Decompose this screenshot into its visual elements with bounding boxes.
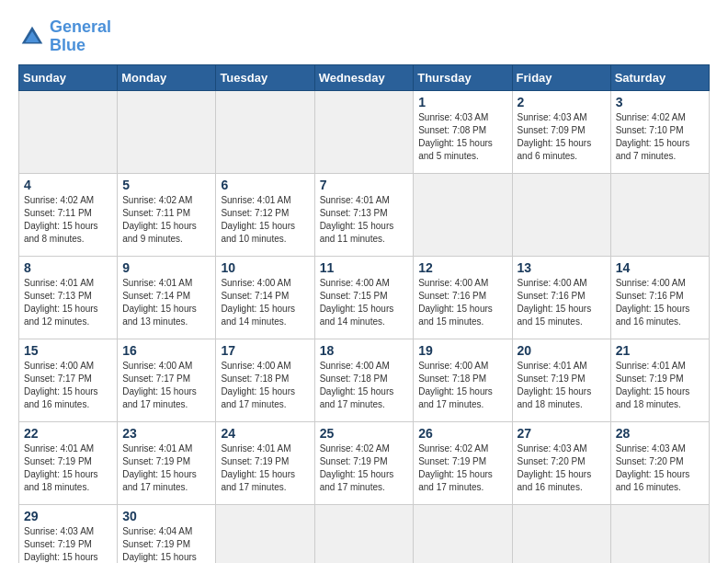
calendar-cell: [512, 173, 610, 256]
logo-text: General Blue: [50, 18, 111, 55]
day-number: 8: [24, 260, 112, 275]
day-info: Sunrise: 4:01 AMSunset: 7:13 PMDaylight:…: [320, 194, 409, 246]
calendar-cell: 14Sunrise: 4:00 AMSunset: 7:16 PMDayligh…: [610, 256, 709, 339]
calendar-week-1: 4Sunrise: 4:02 AMSunset: 7:11 PMDaylight…: [19, 173, 710, 256]
day-info: Sunrise: 4:03 AMSunset: 7:08 PMDaylight:…: [418, 111, 506, 163]
calendar-cell: 27Sunrise: 4:03 AMSunset: 7:20 PMDayligh…: [512, 421, 610, 504]
day-info: Sunrise: 4:00 AMSunset: 7:17 PMDaylight:…: [122, 360, 210, 411]
day-number: 23: [122, 426, 210, 441]
day-info: Sunrise: 4:00 AMSunset: 7:18 PMDaylight:…: [320, 360, 409, 411]
calendar-cell: [414, 173, 512, 256]
day-number: 24: [221, 426, 309, 441]
day-number: 15: [24, 343, 112, 358]
day-info: Sunrise: 4:03 AMSunset: 7:09 PMDaylight:…: [518, 111, 606, 163]
day-info: Sunrise: 4:01 AMSunset: 7:13 PMDaylight:…: [24, 277, 112, 328]
calendar-cell: 20Sunrise: 4:01 AMSunset: 7:19 PMDayligh…: [512, 339, 610, 421]
day-number: 29: [24, 509, 112, 523]
day-number: 11: [320, 260, 409, 275]
day-info: Sunrise: 4:01 AMSunset: 7:19 PMDaylight:…: [122, 442, 210, 494]
day-number: 10: [221, 260, 309, 275]
day-info: Sunrise: 4:02 AMSunset: 7:10 PMDaylight:…: [616, 111, 704, 163]
calendar-cell: 29Sunrise: 4:03 AMSunset: 7:19 PMDayligh…: [19, 504, 118, 563]
day-info: Sunrise: 4:00 AMSunset: 7:17 PMDaylight:…: [24, 360, 112, 411]
calendar-cell: [19, 90, 118, 173]
day-number: 21: [616, 343, 704, 358]
day-number: 13: [518, 260, 606, 275]
calendar-cell: 12Sunrise: 4:00 AMSunset: 7:16 PMDayligh…: [414, 256, 512, 339]
calendar-cell: 13Sunrise: 4:00 AMSunset: 7:16 PMDayligh…: [512, 256, 610, 339]
calendar-header-wednesday: Wednesday: [314, 64, 414, 90]
calendar-cell: 23Sunrise: 4:01 AMSunset: 7:19 PMDayligh…: [118, 421, 216, 504]
day-number: 17: [221, 343, 309, 358]
day-number: 18: [320, 343, 409, 358]
calendar-header-saturday: Saturday: [610, 64, 709, 90]
calendar-cell: 5Sunrise: 4:02 AMSunset: 7:11 PMDaylight…: [118, 173, 216, 256]
day-number: 6: [221, 178, 309, 192]
day-info: Sunrise: 4:03 AMSunset: 7:19 PMDaylight:…: [24, 525, 112, 563]
calendar-cell: 19Sunrise: 4:00 AMSunset: 7:18 PMDayligh…: [414, 339, 512, 421]
calendar-cell: 17Sunrise: 4:00 AMSunset: 7:18 PMDayligh…: [216, 339, 314, 421]
calendar-cell: 22Sunrise: 4:01 AMSunset: 7:19 PMDayligh…: [19, 421, 118, 504]
calendar-cell: 24Sunrise: 4:01 AMSunset: 7:19 PMDayligh…: [216, 421, 314, 504]
logo: General Blue: [18, 18, 111, 55]
day-info: Sunrise: 4:00 AMSunset: 7:14 PMDaylight:…: [221, 277, 309, 328]
day-number: 30: [122, 509, 210, 523]
calendar-week-3: 15Sunrise: 4:00 AMSunset: 7:17 PMDayligh…: [19, 339, 710, 421]
calendar-table: SundayMondayTuesdayWednesdayThursdayFrid…: [18, 64, 710, 563]
calendar-cell: 15Sunrise: 4:00 AMSunset: 7:17 PMDayligh…: [19, 339, 118, 421]
day-info: Sunrise: 4:01 AMSunset: 7:19 PMDaylight:…: [518, 360, 606, 411]
day-info: Sunrise: 4:00 AMSunset: 7:16 PMDaylight:…: [518, 277, 606, 328]
day-info: Sunrise: 4:01 AMSunset: 7:12 PMDaylight:…: [221, 194, 309, 246]
day-info: Sunrise: 4:02 AMSunset: 7:19 PMDaylight:…: [320, 442, 409, 494]
calendar-cell: 28Sunrise: 4:03 AMSunset: 7:20 PMDayligh…: [610, 421, 709, 504]
calendar-cell: 1Sunrise: 4:03 AMSunset: 7:08 PMDaylight…: [414, 90, 512, 173]
day-info: Sunrise: 4:00 AMSunset: 7:16 PMDaylight:…: [418, 277, 506, 328]
logo-icon: [18, 23, 46, 51]
calendar-cell: [216, 90, 314, 173]
day-number: 14: [616, 260, 704, 275]
calendar-cell: 16Sunrise: 4:00 AMSunset: 7:17 PMDayligh…: [118, 339, 216, 421]
day-info: Sunrise: 4:03 AMSunset: 7:20 PMDaylight:…: [616, 442, 704, 494]
calendar-header-sunday: Sunday: [19, 64, 118, 90]
calendar-cell: [314, 90, 414, 173]
day-number: 27: [518, 426, 606, 441]
calendar-cell: 4Sunrise: 4:02 AMSunset: 7:11 PMDaylight…: [19, 173, 118, 256]
calendar-cell: 26Sunrise: 4:02 AMSunset: 7:19 PMDayligh…: [414, 421, 512, 504]
day-number: 26: [418, 426, 506, 441]
day-info: Sunrise: 4:04 AMSunset: 7:19 PMDaylight:…: [122, 525, 210, 563]
day-info: Sunrise: 4:00 AMSunset: 7:15 PMDaylight:…: [320, 277, 409, 328]
calendar-cell: [610, 173, 709, 256]
day-info: Sunrise: 4:00 AMSunset: 7:18 PMDaylight:…: [418, 360, 506, 411]
day-number: 1: [418, 95, 506, 109]
calendar-cell: 6Sunrise: 4:01 AMSunset: 7:12 PMDaylight…: [216, 173, 314, 256]
day-number: 3: [616, 95, 704, 109]
calendar-cell: 7Sunrise: 4:01 AMSunset: 7:13 PMDaylight…: [314, 173, 414, 256]
calendar-header-friday: Friday: [512, 64, 610, 90]
day-info: Sunrise: 4:01 AMSunset: 7:14 PMDaylight:…: [122, 277, 210, 328]
calendar-cell: [118, 90, 216, 173]
day-info: Sunrise: 4:01 AMSunset: 7:19 PMDaylight:…: [221, 442, 309, 494]
calendar-cell: [216, 504, 314, 563]
day-number: 20: [518, 343, 606, 358]
day-number: 22: [24, 426, 112, 441]
calendar-week-2: 8Sunrise: 4:01 AMSunset: 7:13 PMDaylight…: [19, 256, 710, 339]
calendar-cell: [512, 504, 610, 563]
calendar-cell: [314, 504, 414, 563]
day-info: Sunrise: 4:02 AMSunset: 7:11 PMDaylight:…: [122, 194, 210, 246]
calendar-header-row: SundayMondayTuesdayWednesdayThursdayFrid…: [19, 64, 710, 90]
day-info: Sunrise: 4:02 AMSunset: 7:19 PMDaylight:…: [418, 442, 506, 494]
calendar-cell: 25Sunrise: 4:02 AMSunset: 7:19 PMDayligh…: [314, 421, 414, 504]
calendar-cell: [610, 504, 709, 563]
calendar-cell: 3Sunrise: 4:02 AMSunset: 7:10 PMDaylight…: [610, 90, 709, 173]
calendar-week-5: 29Sunrise: 4:03 AMSunset: 7:19 PMDayligh…: [19, 504, 710, 563]
day-number: 25: [320, 426, 409, 441]
day-info: Sunrise: 4:00 AMSunset: 7:18 PMDaylight:…: [221, 360, 309, 411]
calendar-cell: 18Sunrise: 4:00 AMSunset: 7:18 PMDayligh…: [314, 339, 414, 421]
calendar-header-tuesday: Tuesday: [216, 64, 314, 90]
calendar-week-0: 1Sunrise: 4:03 AMSunset: 7:08 PMDaylight…: [19, 90, 710, 173]
day-number: 16: [122, 343, 210, 358]
day-info: Sunrise: 4:01 AMSunset: 7:19 PMDaylight:…: [616, 360, 704, 411]
day-info: Sunrise: 4:01 AMSunset: 7:19 PMDaylight:…: [24, 442, 112, 494]
calendar-cell: [414, 504, 512, 563]
calendar-header-monday: Monday: [118, 64, 216, 90]
